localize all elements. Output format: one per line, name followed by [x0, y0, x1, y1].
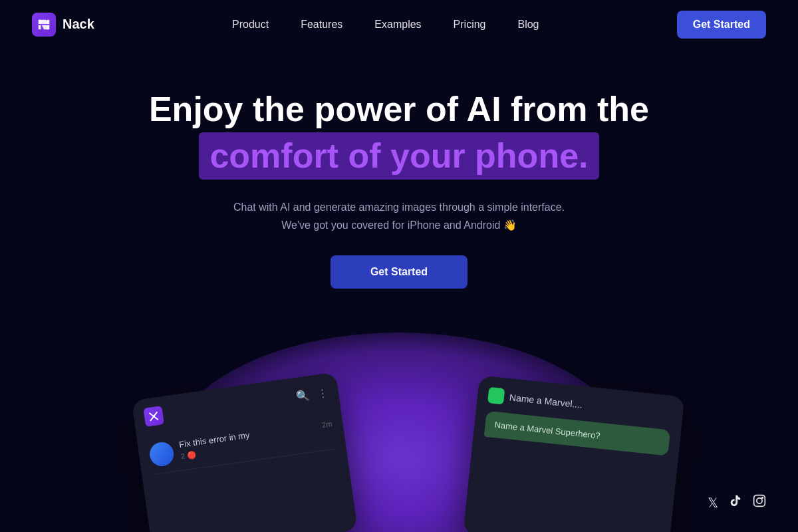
mockups-area: 🔍 ⋮ Fix this error in my 2m 2 🔴 Name a M… [100, 319, 698, 532]
logo[interactable]: Nack [32, 13, 94, 37]
twitter-icon[interactable]: 𝕏 [708, 495, 718, 511]
chat-item-preview: 2 🔴 [180, 450, 197, 460]
instagram-svg [753, 494, 766, 507]
chat-avatar [148, 441, 176, 468]
logo-icon [32, 13, 56, 37]
nav-product[interactable]: Product [232, 19, 269, 30]
bubble-response-text: Name a Marvel Superhero? [494, 420, 600, 441]
hero-subtitle-line1: Chat with AI and generate amazing images… [233, 201, 565, 213]
svg-rect-5 [754, 495, 765, 507]
hero-section: Enjoy the power of AI from the comfort o… [0, 49, 798, 289]
nav-pricing[interactable]: Pricing [454, 19, 486, 30]
phone-action-icons: 🔍 ⋮ [295, 386, 329, 402]
hero-subtitle: Chat with AI and generate amazing images… [233, 198, 565, 234]
nav-features[interactable]: Features [301, 19, 342, 30]
svg-point-7 [762, 497, 763, 499]
more-icon[interactable]: ⋮ [316, 386, 328, 400]
hero-subtitle-line2: We've got you covered for iPhone and And… [281, 219, 517, 231]
logo-svg [37, 17, 51, 32]
instagram-icon[interactable] [753, 494, 766, 511]
phone-card-left: 🔍 ⋮ Fix this error in my 2m 2 🔴 [132, 372, 358, 532]
nav-examples[interactable]: Examples [374, 19, 421, 30]
hero-title-line1: Enjoy the power of AI from the [149, 90, 649, 128]
chat-item-title: Fix this error in my [178, 430, 250, 450]
tiktok-svg [729, 494, 742, 507]
tiktok-icon[interactable] [729, 494, 742, 511]
phone-card-right: Name a Marvel.... Name a Marvel Superher… [463, 375, 684, 532]
svg-point-6 [757, 498, 762, 503]
navbar: Nack Product Features Examples Pricing B… [0, 0, 798, 49]
hero-get-started-button[interactable]: Get Started [331, 255, 467, 289]
green-dot-icon [487, 387, 505, 404]
nav-links: Product Features Examples Pricing Blog [232, 19, 539, 31]
social-icons: 𝕏 [708, 494, 766, 511]
hero-title-highlighted: comfort of your phone. [199, 132, 598, 179]
nav-get-started-button[interactable]: Get Started [677, 11, 766, 39]
logo-label: Nack [63, 17, 94, 32]
nav-blog[interactable]: Blog [517, 19, 539, 30]
search-icon[interactable]: 🔍 [295, 388, 310, 403]
chat-item-time: 2m [321, 419, 332, 428]
chat-content: Fix this error in my 2m 2 🔴 [178, 418, 334, 462]
hero-title: Enjoy the power of AI from the comfort o… [149, 88, 649, 180]
phone-right-prompt: Name a Marvel.... [509, 392, 583, 410]
phone-logo [143, 406, 164, 427]
phone-logo-icon [148, 410, 160, 422]
